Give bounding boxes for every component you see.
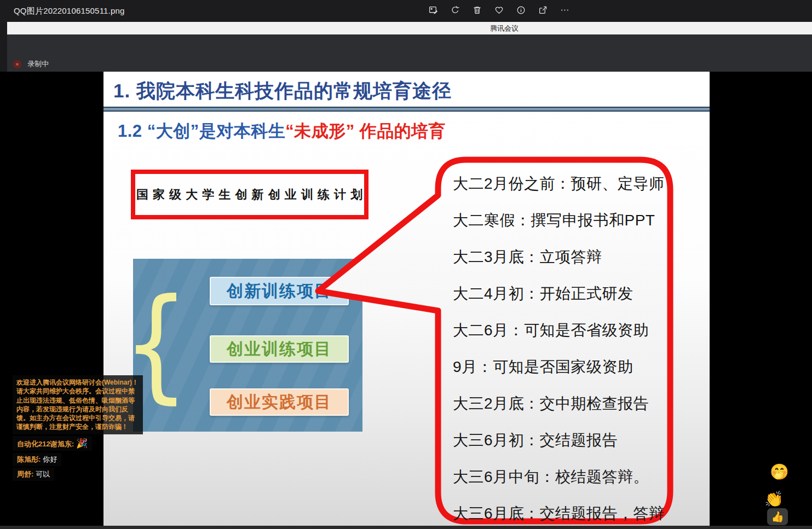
- meeting-title: 腾讯会议: [490, 24, 519, 33]
- chat-text: 你好: [43, 455, 57, 463]
- subtitle-blue-part: 1.2 “大创”是对本科生: [118, 121, 285, 141]
- toolbar: [429, 0, 569, 22]
- favorite-button[interactable]: [494, 7, 504, 16]
- hand-over-mouth-emoji-icon: 🤭: [770, 464, 789, 480]
- chat-sender: 周舒:: [17, 470, 33, 478]
- timeline-item: 9月：可知是否国家级资助: [453, 348, 666, 385]
- recording-indicator: 录制中: [13, 59, 49, 69]
- timeline-item: 大二3月底：立项答辩: [453, 239, 666, 275]
- project-entrepreneurship-practice: 创业实践项目: [210, 388, 349, 416]
- recording-label: 录制中: [27, 59, 49, 69]
- slide-subtitle: 1.2 “大创”是对本科生“未成形” 作品的培育: [118, 120, 446, 143]
- chat-text: 可以: [36, 470, 50, 478]
- clapping-hands-emoji-icon: 👏: [764, 492, 784, 507]
- project-entrepreneurship-training: 创业训练项目: [210, 335, 349, 363]
- titlebar: QQ图片20220106150511.png: [0, 0, 812, 22]
- chat-sender: 自动化212谢旭东:: [17, 440, 74, 448]
- program-banner-text: 国 家 级 大 学 生 创 新 创 业 训 练 计 划: [136, 187, 363, 203]
- more-button[interactable]: [560, 7, 569, 16]
- party-popper-icon: 🎉: [76, 438, 88, 449]
- bottom-edge-bar: [0, 526, 812, 529]
- share-icon: [538, 5, 548, 17]
- chat-welcome-notice: 欢迎进入腾讯会议网络研讨会(Webinar)！请大家共同维护大会秩序。会议过程中…: [13, 375, 143, 434]
- timeline-item: 大三2月底：交中期检查报告: [453, 385, 666, 422]
- meeting-titlebar: 腾讯会议: [0, 22, 812, 34]
- slide-title: 1. 我院本科生科技作品的常规培育途径: [113, 78, 452, 104]
- thumbs-up-reaction-icon: 👍: [767, 508, 788, 525]
- timeline-item: 大二6月：可知是否省级资助: [453, 312, 666, 348]
- more-icon: [560, 5, 569, 17]
- timeline-item: 大三6月底：交结题报告，答辩: [453, 495, 666, 526]
- timeline-item: 大二2月份之前：预研、定导师: [453, 165, 666, 202]
- brace-glyph: {: [139, 289, 172, 398]
- chat-message: 陈旭彤:你好: [13, 453, 61, 466]
- chat-sender: 陈旭彤:: [17, 455, 41, 463]
- window-left-edge: [0, 22, 7, 72]
- program-banner: 国 家 级 大 学 生 创 新 创 业 训 练 计 划: [131, 170, 368, 219]
- screen-share-stage: 1. 我院本科生科技作品的常规培育途径 1.2 “大创”是对本科生“未成形” 作…: [0, 72, 812, 526]
- recording-dot-icon: [13, 60, 21, 68]
- heart-icon: [494, 5, 504, 17]
- slide: 1. 我院本科生科技作品的常规培育途径 1.2 “大创”是对本科生“未成形” 作…: [103, 72, 710, 526]
- timeline-item: 大二寒假：撰写申报书和PPT: [453, 202, 666, 239]
- subtitle-red-part: “未成形” 作品的培育: [285, 121, 446, 141]
- project-diagram: { 创新训练项目 创业训练项目 创业实践项目: [133, 259, 362, 432]
- project-innovation-training: 创新训练项目: [210, 277, 349, 305]
- photos-app-window: QQ图片20220106150511.png: [0, 0, 812, 529]
- rotate-icon: [451, 5, 460, 17]
- timeline-item: 大三6月中旬：校结题答辩。: [453, 458, 666, 495]
- timeline-list: 大二2月份之前：预研、定导师 大二寒假：撰写申报书和PPT 大二3月底：立项答辩…: [453, 165, 666, 526]
- filename: QQ图片20220106150511.png: [14, 0, 125, 22]
- timeline-item: 大三6月初：交结题报告: [453, 422, 666, 458]
- timeline-item: 大二4月初：开始正式研发: [453, 275, 666, 312]
- info-button[interactable]: [516, 7, 526, 16]
- edit-image-button[interactable]: [429, 7, 438, 16]
- delete-button[interactable]: [473, 7, 482, 16]
- share-button[interactable]: [538, 7, 548, 16]
- chat-message: 周舒:可以: [13, 468, 54, 481]
- rotate-button[interactable]: [451, 7, 460, 16]
- trash-icon: [473, 5, 482, 17]
- edit-image-icon: [429, 5, 438, 17]
- chat-message: 自动化212谢旭东:🎉: [13, 436, 92, 451]
- info-icon: [516, 5, 526, 17]
- title-separator: [103, 107, 710, 112]
- meeting-toolband: [0, 34, 812, 72]
